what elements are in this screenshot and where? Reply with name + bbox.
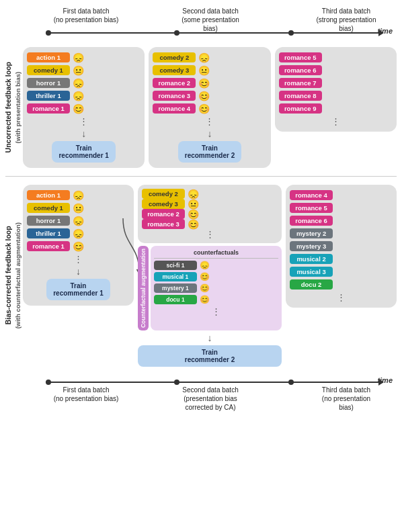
bc-emoji-horror1: 😞 [73, 216, 84, 226]
tag-romance6: romance 6 [279, 65, 322, 75]
dots-batch2: ⋮ [205, 116, 214, 126]
emoji-romance1: 😊 [73, 104, 84, 114]
uncorrected-batch3: romance 5 romance 6 romance 7 romance 8 … [275, 47, 397, 132]
bottom-timeline: First data batch(no presentation bias) S… [5, 376, 397, 416]
cf-item-docu1: docu 1 😊 [154, 295, 278, 304]
bc-emoji-action1: 😞 [73, 191, 84, 200]
bc-dots-top: ⋮ [142, 229, 278, 239]
bottom-dot-3 [288, 380, 294, 385]
bc-tag-horror1: horror 1 [27, 216, 70, 226]
tag-comedy3: comedy 3 [153, 65, 196, 75]
uncorrected-batch2: comedy 2 😞 comedy 3 😐 romance 2 😊 romanc… [149, 47, 270, 168]
time-dot-3 [288, 30, 294, 36]
bc-tag-musical3: musical 3 [290, 267, 333, 277]
bc-tag-romance6: romance 6 [290, 216, 333, 226]
bc-emoji-thriller1: 😞 [73, 229, 84, 238]
bc-batch3: romance 4 romance 5 romance 6 mystery 2 … [286, 185, 397, 308]
item-romance2: romance 2 😊 [153, 78, 266, 88]
cf-emoji-docu1: 😊 [200, 296, 210, 304]
tag-romance7: romance 7 [279, 78, 322, 88]
emoji-action1: 😞 [73, 53, 84, 62]
uncorrected-label: Uncorrected feedback loop (with presenta… [3, 62, 23, 152]
bc-train1: Trainrecommender 1 [46, 279, 110, 300]
cf-item-musical1: musical 1 😊 [154, 272, 278, 281]
uncorrected-label-container: Uncorrected feedback loop (with presenta… [5, 47, 20, 168]
bc-tag-thriller1: thriller 1 [27, 228, 70, 238]
emoji-comedy3: 😐 [198, 66, 210, 75]
bc-tag-docu2: docu 2 [290, 279, 333, 290]
emoji-horror1: 😞 [73, 79, 84, 88]
bottom-dot-1 [46, 380, 51, 385]
bc-item-comedy1: comedy 1 😐 [27, 203, 130, 213]
tag-romance3: romance 3 [153, 91, 196, 101]
item-romance6: romance 6 [279, 65, 393, 75]
item-romance8: romance 8 [279, 91, 393, 101]
bc-item-romance3: romance 3 😊 [142, 219, 278, 229]
biascorrected-batches: action 1 😞 comedy 1 😐 horror 1 😞 thrille… [23, 185, 397, 367]
bc-item-comedy2: comedy 2 😞 [142, 189, 278, 199]
dots-batch3: ⋮ [331, 116, 340, 126]
bc-item-romance6: romance 6 [290, 216, 393, 226]
emoji-romance3: 😊 [198, 91, 210, 101]
cf-emoji-mystery1: 😊 [200, 284, 210, 292]
item-romance3: romance 3 😊 [153, 91, 266, 101]
item-romance1: romance 1 😊 [27, 103, 140, 114]
bc-dots-batch1: ⋮ [74, 254, 83, 264]
biascorrected-section: Bias-corrected feedback loop (with count… [5, 185, 397, 367]
bc-emoji-comedy2: 😞 [188, 189, 199, 199]
bc-emoji-romance2: 😊 [188, 210, 199, 219]
bc-batch2-top: comedy 2 😞 comedy 3 😐 romance 2 😊 r [138, 185, 282, 243]
uncorrected-batch1: action 1 😞 comedy 1 😐 horror 1 😞 thrille… [23, 47, 145, 168]
uncorrected-label-top: Uncorrected feedback loop [4, 62, 12, 152]
item-thriller1: thriller 1 😞 [27, 91, 140, 101]
batch3-label-top: Third data batch(strong presentationbias… [309, 7, 383, 33]
bc-emoji-comedy1: 😐 [73, 204, 84, 213]
bc-item-musical2: musical 2 [290, 254, 393, 264]
item-comedy3: comedy 3 😐 [153, 65, 266, 75]
bottom-batch2-label: Second data batch(presentation biascorre… [163, 386, 257, 412]
bottom-dot-2 [174, 380, 179, 385]
bc-arrow-batch1: ↓ [76, 267, 81, 276]
train1: Trainrecommender 1 [52, 141, 115, 163]
cf-item-scifi1: sci-fi 1 😞 [154, 261, 278, 270]
bc-tag-romance4: romance 4 [290, 190, 333, 200]
biascorrected-label: Bias-corrected feedback loop (with count… [3, 222, 23, 328]
bc-item-musical3: musical 3 [290, 267, 393, 277]
bc-item-comedy3: comedy 3 😐 [142, 199, 278, 209]
bc-arrow-batch2: ↓ [138, 333, 282, 343]
bc-tag-comedy1: comedy 1 [27, 203, 70, 213]
uncorrected-content: action 1 😞 comedy 1 😐 horror 1 😞 thrille… [23, 47, 397, 168]
bc-dots-batch3: ⋮ [337, 292, 346, 302]
cf-tag-docu1: docu 1 [154, 295, 197, 304]
bc-tag-mystery3: mystery 3 [290, 241, 333, 251]
emoji-comedy1: 😐 [73, 66, 84, 75]
item-romance9: romance 9 [279, 103, 393, 114]
cf-inner-box: counterfactuals sci-fi 1 😞 musical 1 😊 [151, 246, 282, 330]
dots-batch1: ⋮ [79, 116, 88, 126]
tag-comedy1: comedy 1 [27, 65, 70, 75]
bc-item-mystery3: mystery 3 [290, 241, 393, 251]
bc-item-action1: action 1 😞 [27, 190, 130, 200]
tag-romance8: romance 8 [279, 91, 322, 101]
item-action1: action 1 😞 [27, 52, 140, 62]
bc-tag-romance2: romance 2 [142, 209, 185, 219]
top-timeline-header: First data batch(no presentation bias) S… [5, 7, 397, 42]
bc-emoji-romance3: 😊 [188, 220, 199, 229]
diagram: First data batch(no presentation bias) S… [0, 0, 402, 423]
bc-item-mystery2: mystery 2 [290, 228, 393, 238]
item-romance7: romance 7 [279, 78, 393, 88]
cf-item-mystery1: mystery 1 😊 [154, 283, 278, 293]
uncorrected-section: Uncorrected feedback loop (with presenta… [5, 47, 397, 168]
tag-romance5: romance 5 [279, 52, 322, 62]
time-dot-1 [46, 30, 51, 36]
train2: Trainrecommender 2 [178, 141, 241, 163]
emoji-romance2: 😊 [198, 79, 210, 88]
emoji-comedy2: 😞 [198, 53, 210, 62]
uncorrected-batches: action 1 😞 comedy 1 😐 horror 1 😞 thrille… [23, 47, 397, 168]
tag-romance9: romance 9 [279, 103, 322, 114]
bc-emoji-comedy3: 😐 [188, 200, 199, 209]
bc-item-docu2: docu 2 [290, 279, 393, 290]
bc-tag-musical2: musical 2 [290, 254, 333, 264]
bc-batch1: action 1 😞 comedy 1 😐 horror 1 😞 thrille… [23, 185, 134, 306]
cf-dots: ⋮ [154, 306, 278, 316]
